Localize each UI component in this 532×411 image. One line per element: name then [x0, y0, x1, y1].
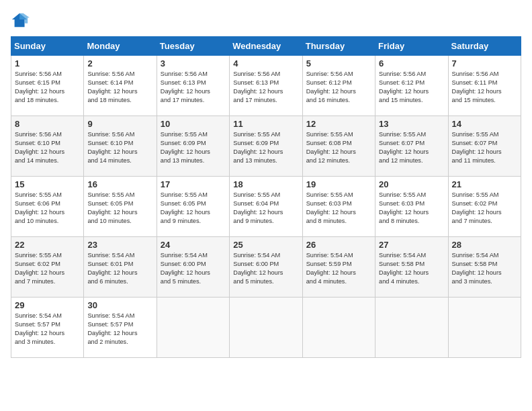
calendar-week-row: 22Sunrise: 5:55 AMSunset: 6:02 PMDayligh… — [11, 237, 521, 298]
calendar-header-sunday: Sunday — [11, 37, 84, 56]
cell-content: Sunrise: 5:56 AMSunset: 6:13 PMDaylight:… — [161, 70, 226, 105]
logo-icon — [11, 11, 30, 30]
calendar-cell — [448, 298, 521, 358]
cell-content: Sunrise: 5:54 AMSunset: 5:58 PMDaylight:… — [379, 251, 444, 286]
calendar-cell — [157, 298, 229, 358]
calendar-cell: 25Sunrise: 5:54 AMSunset: 6:00 PMDayligh… — [230, 237, 302, 298]
day-number: 4 — [233, 58, 298, 68]
cell-content: Sunrise: 5:55 AMSunset: 6:09 PMDaylight:… — [161, 130, 226, 165]
calendar-header-saturday: Saturday — [448, 37, 521, 56]
cell-content: Sunrise: 5:55 AMSunset: 6:07 PMDaylight:… — [452, 130, 517, 165]
cell-content: Sunrise: 5:56 AMSunset: 6:10 PMDaylight:… — [87, 130, 152, 165]
cell-content: Sunrise: 5:56 AMSunset: 6:12 PMDaylight:… — [379, 70, 444, 105]
day-number: 9 — [87, 119, 152, 129]
day-number: 22 — [15, 240, 80, 250]
cell-content: Sunrise: 5:55 AMSunset: 6:05 PMDaylight:… — [87, 191, 152, 226]
day-number: 23 — [87, 240, 152, 250]
day-number: 28 — [452, 240, 517, 250]
calendar-cell: 23Sunrise: 5:54 AMSunset: 6:01 PMDayligh… — [84, 237, 157, 298]
calendar-week-row: 1Sunrise: 5:56 AMSunset: 6:15 PMDaylight… — [11, 56, 521, 116]
calendar-header-tuesday: Tuesday — [157, 37, 229, 56]
logo — [11, 11, 32, 30]
calendar-header-friday: Friday — [375, 37, 448, 56]
cell-content: Sunrise: 5:56 AMSunset: 6:13 PMDaylight:… — [233, 70, 298, 105]
calendar-cell: 30Sunrise: 5:54 AMSunset: 5:57 PMDayligh… — [84, 298, 157, 358]
calendar-cell: 4Sunrise: 5:56 AMSunset: 6:13 PMDaylight… — [230, 56, 302, 116]
calendar-cell — [230, 298, 302, 358]
cell-content: Sunrise: 5:55 AMSunset: 6:08 PMDaylight:… — [306, 130, 371, 165]
cell-content: Sunrise: 5:54 AMSunset: 5:58 PMDaylight:… — [452, 251, 517, 286]
calendar-cell: 16Sunrise: 5:55 AMSunset: 6:05 PMDayligh… — [84, 177, 157, 237]
calendar-cell: 19Sunrise: 5:55 AMSunset: 6:03 PMDayligh… — [302, 177, 375, 237]
cell-content: Sunrise: 5:55 AMSunset: 6:02 PMDaylight:… — [452, 191, 517, 226]
day-number: 16 — [87, 179, 152, 189]
day-number: 18 — [233, 179, 298, 189]
calendar-cell: 22Sunrise: 5:55 AMSunset: 6:02 PMDayligh… — [11, 237, 84, 298]
calendar-cell: 29Sunrise: 5:54 AMSunset: 5:57 PMDayligh… — [11, 298, 84, 358]
calendar-header-row: SundayMondayTuesdayWednesdayThursdayFrid… — [11, 37, 521, 56]
cell-content: Sunrise: 5:54 AMSunset: 5:59 PMDaylight:… — [306, 251, 371, 286]
day-number: 26 — [306, 240, 371, 250]
cell-content: Sunrise: 5:54 AMSunset: 6:00 PMDaylight:… — [233, 251, 298, 286]
day-number: 17 — [161, 179, 226, 189]
day-number: 13 — [379, 119, 444, 129]
day-number: 1 — [15, 58, 80, 68]
cell-content: Sunrise: 5:56 AMSunset: 6:12 PMDaylight:… — [306, 70, 371, 105]
day-number: 12 — [306, 119, 371, 129]
day-number: 14 — [452, 119, 517, 129]
cell-content: Sunrise: 5:54 AMSunset: 6:00 PMDaylight:… — [161, 251, 226, 286]
day-number: 15 — [15, 179, 80, 189]
calendar-cell: 2Sunrise: 5:56 AMSunset: 6:14 PMDaylight… — [84, 56, 157, 116]
calendar-cell: 10Sunrise: 5:55 AMSunset: 6:09 PMDayligh… — [157, 116, 229, 177]
calendar-cell: 1Sunrise: 5:56 AMSunset: 6:15 PMDaylight… — [11, 56, 84, 116]
calendar-cell: 24Sunrise: 5:54 AMSunset: 6:00 PMDayligh… — [157, 237, 229, 298]
calendar-week-row: 8Sunrise: 5:56 AMSunset: 6:10 PMDaylight… — [11, 116, 521, 177]
day-number: 29 — [15, 300, 80, 310]
calendar-cell: 21Sunrise: 5:55 AMSunset: 6:02 PMDayligh… — [448, 177, 521, 237]
cell-content: Sunrise: 5:55 AMSunset: 6:09 PMDaylight:… — [233, 130, 298, 165]
calendar-cell: 15Sunrise: 5:55 AMSunset: 6:06 PMDayligh… — [11, 177, 84, 237]
calendar-cell: 3Sunrise: 5:56 AMSunset: 6:13 PMDaylight… — [157, 56, 229, 116]
calendar-cell — [375, 298, 448, 358]
cell-content: Sunrise: 5:55 AMSunset: 6:07 PMDaylight:… — [379, 130, 444, 165]
calendar-cell: 18Sunrise: 5:55 AMSunset: 6:04 PMDayligh… — [230, 177, 302, 237]
day-number: 7 — [452, 58, 517, 68]
cell-content: Sunrise: 5:55 AMSunset: 6:03 PMDaylight:… — [379, 191, 444, 226]
calendar-cell: 14Sunrise: 5:55 AMSunset: 6:07 PMDayligh… — [448, 116, 521, 177]
cell-content: Sunrise: 5:56 AMSunset: 6:10 PMDaylight:… — [15, 130, 80, 165]
day-number: 24 — [161, 240, 226, 250]
calendar-cell: 8Sunrise: 5:56 AMSunset: 6:10 PMDaylight… — [11, 116, 84, 177]
day-number: 20 — [379, 179, 444, 189]
day-number: 25 — [233, 240, 298, 250]
day-number: 5 — [306, 58, 371, 68]
day-number: 27 — [379, 240, 444, 250]
calendar-week-row: 15Sunrise: 5:55 AMSunset: 6:06 PMDayligh… — [11, 177, 521, 237]
cell-content: Sunrise: 5:54 AMSunset: 5:57 PMDaylight:… — [15, 312, 80, 347]
day-number: 21 — [452, 179, 517, 189]
calendar-header-monday: Monday — [84, 37, 157, 56]
cell-content: Sunrise: 5:54 AMSunset: 5:57 PMDaylight:… — [87, 312, 152, 347]
day-number: 30 — [87, 300, 152, 310]
calendar-cell: 11Sunrise: 5:55 AMSunset: 6:09 PMDayligh… — [230, 116, 302, 177]
page-header — [11, 11, 521, 30]
calendar-cell: 26Sunrise: 5:54 AMSunset: 5:59 PMDayligh… — [302, 237, 375, 298]
cell-content: Sunrise: 5:56 AMSunset: 6:11 PMDaylight:… — [452, 70, 517, 105]
cell-content: Sunrise: 5:55 AMSunset: 6:05 PMDaylight:… — [161, 191, 226, 226]
cell-content: Sunrise: 5:55 AMSunset: 6:03 PMDaylight:… — [306, 191, 371, 226]
calendar-header-wednesday: Wednesday — [230, 37, 302, 56]
calendar-cell: 12Sunrise: 5:55 AMSunset: 6:08 PMDayligh… — [302, 116, 375, 177]
calendar-cell: 27Sunrise: 5:54 AMSunset: 5:58 PMDayligh… — [375, 237, 448, 298]
day-number: 2 — [87, 58, 152, 68]
calendar-cell: 5Sunrise: 5:56 AMSunset: 6:12 PMDaylight… — [302, 56, 375, 116]
day-number: 11 — [233, 119, 298, 129]
calendar-cell: 20Sunrise: 5:55 AMSunset: 6:03 PMDayligh… — [375, 177, 448, 237]
cell-content: Sunrise: 5:56 AMSunset: 6:14 PMDaylight:… — [87, 70, 152, 105]
cell-content: Sunrise: 5:54 AMSunset: 6:01 PMDaylight:… — [87, 251, 152, 286]
day-number: 3 — [161, 58, 226, 68]
day-number: 10 — [161, 119, 226, 129]
cell-content: Sunrise: 5:55 AMSunset: 6:02 PMDaylight:… — [15, 251, 80, 286]
day-number: 6 — [379, 58, 444, 68]
calendar-cell — [302, 298, 375, 358]
calendar-cell: 9Sunrise: 5:56 AMSunset: 6:10 PMDaylight… — [84, 116, 157, 177]
day-number: 19 — [306, 179, 371, 189]
